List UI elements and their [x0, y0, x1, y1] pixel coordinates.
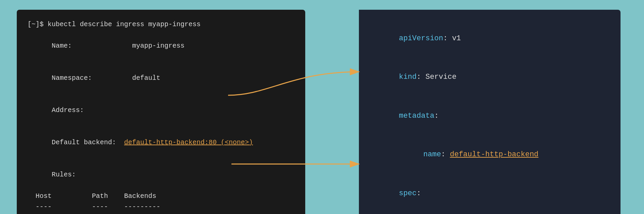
- yaml-val-apiversion: v1: [452, 34, 461, 43]
- yaml-key-name: name: [406, 150, 441, 159]
- main-container: [~]$ kubectl describe ingress myapp-ingr…: [17, 10, 627, 204]
- yaml-val-kind: Service: [425, 73, 456, 81]
- yaml-metadata: metadata:: [372, 97, 607, 136]
- terminal-panel: [~]$ kubectl describe ingress myapp-ingr…: [17, 10, 305, 214]
- yaml-key-spec: spec: [399, 189, 417, 198]
- yaml-apiversion: apiVersion: v1: [372, 19, 607, 58]
- yaml-val-name: default-http-backend: [450, 150, 538, 159]
- backend-value: default-http-backend:80 (<none>): [124, 139, 253, 146]
- yaml-key-apiversion: apiVersion: [399, 34, 443, 43]
- namespace-value: default: [108, 74, 160, 82]
- rules-label: Rules:: [52, 171, 76, 178]
- yaml-panel: apiVersion: v1 kind: Service metadata: n…: [359, 10, 621, 214]
- yaml-key-kind: kind: [399, 73, 417, 81]
- name-label: Name:: [52, 42, 108, 50]
- yaml-selector: selector:: [372, 213, 607, 214]
- yaml-name: name: default-http-backend: [372, 136, 607, 174]
- yaml-kind: kind: Service: [372, 58, 607, 97]
- terminal-prompt-line: [~]$ kubectl describe ingress myapp-ingr…: [28, 19, 294, 30]
- terminal-address-line: Address:: [28, 94, 294, 126]
- yaml-key-metadata: metadata: [399, 112, 434, 120]
- terminal-name-line: Name: myapp-ingress: [28, 30, 294, 62]
- terminal-rules-line: Rules:: [28, 159, 294, 191]
- yaml-spec: spec:: [372, 174, 607, 213]
- name-value: myapp-ingress: [108, 42, 184, 50]
- terminal-rules-host: myapp.com: [28, 212, 294, 214]
- terminal-rules-sep: ---- ---- ---------: [28, 202, 294, 212]
- terminal-backend-line: Default backend: default-http-backend:80…: [28, 126, 294, 159]
- address-label: Address:: [52, 106, 84, 114]
- terminal-namespace-line: Namespace: default: [28, 62, 294, 94]
- terminal-rules-header: Host Path Backends: [28, 191, 294, 202]
- namespace-label: Namespace:: [52, 74, 108, 82]
- backend-label: Default backend:: [52, 139, 124, 146]
